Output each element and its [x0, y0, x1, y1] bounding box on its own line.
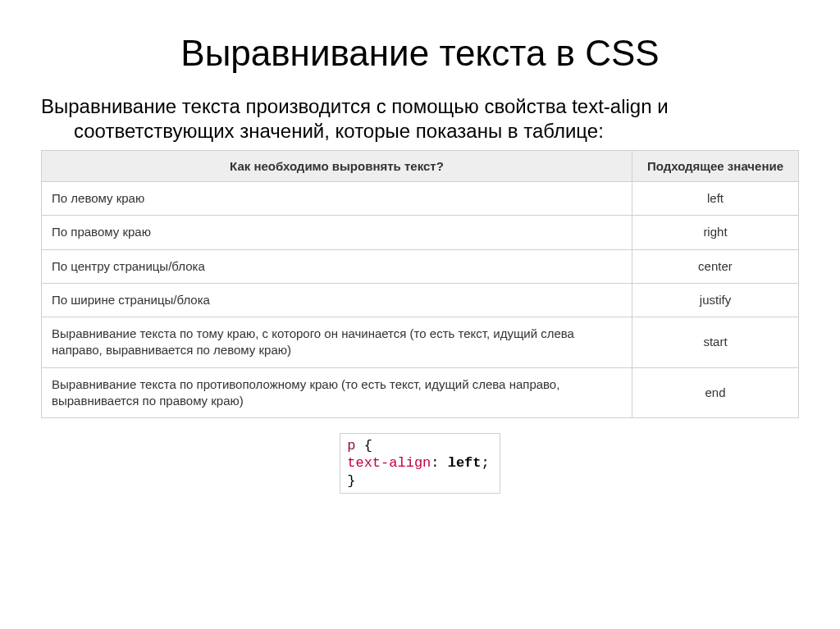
table-cell-value: start: [632, 317, 798, 368]
values-table: Как необходимо выровнять текст? Подходящ…: [41, 150, 799, 418]
slide: Выравнивание текста в CSS Выравнивание т…: [0, 0, 840, 510]
code-property: text-align: [347, 455, 431, 471]
table-row: По ширине страницы/блока justify: [42, 283, 799, 317]
table-cell-value: left: [632, 182, 798, 216]
table-cell-description: По левому краю: [42, 182, 632, 216]
code-open-brace: {: [355, 438, 372, 454]
table-cell-description: По правому краю: [42, 216, 632, 249]
table-row: По центру страницы/блока center: [42, 249, 799, 283]
table-cell-description: Выравнивание текста по тому краю, с кото…: [42, 317, 632, 368]
table-row: По левому краю left: [42, 182, 799, 216]
table-cell-description: Выравнивание текста по противоположному …: [42, 367, 632, 418]
code-example-wrapper: p { text-align: left; }: [41, 433, 799, 494]
table-cell-value: center: [632, 249, 798, 283]
code-semicolon: ;: [482, 455, 490, 471]
code-example: p { text-align: left; }: [340, 433, 500, 494]
code-close-brace: }: [347, 473, 355, 489]
table-cell-value: end: [632, 367, 798, 418]
table-row: Выравнивание текста по противоположному …: [42, 367, 799, 418]
slide-title: Выравнивание текста в CSS: [41, 33, 799, 74]
table-cell-value: justify: [632, 283, 798, 317]
table-row: Выравнивание текста по тому краю, с кото…: [42, 317, 799, 368]
table-cell-description: По ширине страницы/блока: [42, 283, 632, 317]
code-selector: p: [347, 438, 355, 454]
table-header-value: Подходящее значение: [632, 151, 798, 182]
table-cell-description: По центру страницы/блока: [42, 249, 632, 283]
code-colon: :: [431, 455, 447, 471]
intro-paragraph: Выравнивание текста производится с помощ…: [41, 94, 799, 144]
table-header-description: Как необходимо выровнять текст?: [42, 151, 632, 182]
table-row: По правому краю right: [42, 216, 799, 249]
table-cell-value: right: [632, 216, 798, 249]
code-value: left: [448, 455, 482, 471]
